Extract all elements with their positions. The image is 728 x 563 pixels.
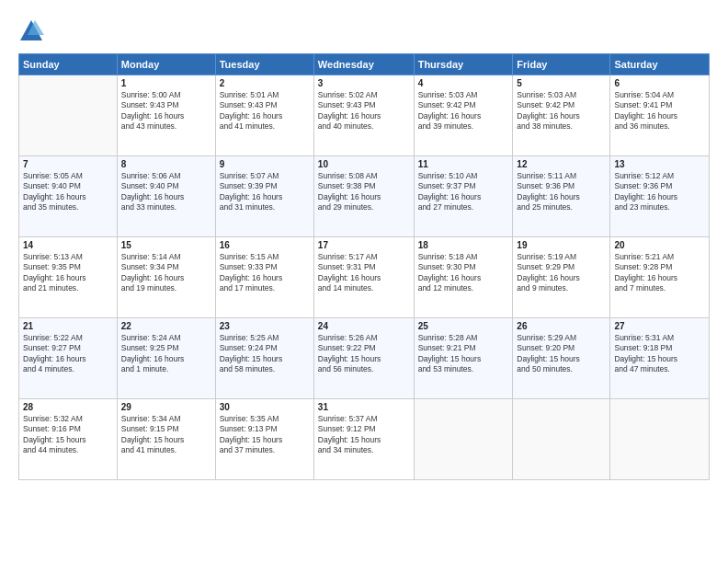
cell-info: Sunrise: 5:01 AM Sunset: 9:43 PM Dayligh… [220, 90, 310, 132]
day-number: 29 [121, 402, 211, 412]
header [18, 18, 710, 44]
day-number: 31 [318, 402, 410, 412]
calendar-cell: 14Sunrise: 5:13 AM Sunset: 9:35 PM Dayli… [19, 237, 118, 318]
day-number: 28 [23, 402, 113, 412]
day-number: 10 [318, 159, 410, 169]
day-number: 24 [318, 321, 410, 331]
calendar-cell: 2Sunrise: 5:01 AM Sunset: 9:43 PM Daylig… [215, 75, 313, 156]
cell-info: Sunrise: 5:13 AM Sunset: 9:35 PM Dayligh… [23, 252, 113, 294]
cell-info: Sunrise: 5:17 AM Sunset: 9:31 PM Dayligh… [318, 252, 410, 294]
cell-info: Sunrise: 5:25 AM Sunset: 9:24 PM Dayligh… [220, 333, 310, 375]
cell-info: Sunrise: 5:05 AM Sunset: 9:40 PM Dayligh… [23, 171, 113, 213]
calendar-cell: 27Sunrise: 5:31 AM Sunset: 9:18 PM Dayli… [610, 318, 710, 399]
cell-info: Sunrise: 5:26 AM Sunset: 9:22 PM Dayligh… [318, 333, 410, 375]
day-number: 27 [614, 321, 705, 331]
calendar-cell: 26Sunrise: 5:29 AM Sunset: 9:20 PM Dayli… [513, 318, 610, 399]
day-number: 11 [418, 159, 509, 169]
cell-info: Sunrise: 5:18 AM Sunset: 9:30 PM Dayligh… [418, 252, 509, 294]
col-header-monday: Monday [117, 54, 215, 75]
col-header-thursday: Thursday [414, 54, 513, 75]
cell-info: Sunrise: 5:24 AM Sunset: 9:25 PM Dayligh… [121, 333, 211, 375]
day-number: 17 [318, 240, 410, 250]
day-number: 26 [517, 321, 606, 331]
cell-info: Sunrise: 5:19 AM Sunset: 9:29 PM Dayligh… [517, 252, 606, 294]
col-header-sunday: Sunday [19, 54, 118, 75]
day-number: 13 [614, 159, 705, 169]
logo-icon [18, 18, 44, 44]
calendar-cell [610, 399, 710, 480]
day-number: 8 [121, 159, 211, 169]
calendar-cell: 23Sunrise: 5:25 AM Sunset: 9:24 PM Dayli… [215, 318, 313, 399]
cell-info: Sunrise: 5:00 AM Sunset: 9:43 PM Dayligh… [121, 90, 211, 132]
col-header-saturday: Saturday [610, 54, 710, 75]
calendar-cell: 21Sunrise: 5:22 AM Sunset: 9:27 PM Dayli… [19, 318, 118, 399]
calendar-cell: 16Sunrise: 5:15 AM Sunset: 9:33 PM Dayli… [215, 237, 313, 318]
day-number: 21 [23, 321, 113, 331]
calendar-cell: 17Sunrise: 5:17 AM Sunset: 9:31 PM Dayli… [313, 237, 414, 318]
day-number: 18 [418, 240, 509, 250]
cell-info: Sunrise: 5:08 AM Sunset: 9:38 PM Dayligh… [318, 171, 410, 213]
calendar-cell: 4Sunrise: 5:03 AM Sunset: 9:42 PM Daylig… [414, 75, 513, 156]
calendar-cell [19, 75, 118, 156]
calendar-cell: 20Sunrise: 5:21 AM Sunset: 9:28 PM Dayli… [610, 237, 710, 318]
calendar-cell: 28Sunrise: 5:32 AM Sunset: 9:16 PM Dayli… [19, 399, 118, 480]
day-number: 6 [614, 78, 705, 88]
calendar-cell: 29Sunrise: 5:34 AM Sunset: 9:15 PM Dayli… [117, 399, 215, 480]
calendar-cell: 25Sunrise: 5:28 AM Sunset: 9:21 PM Dayli… [414, 318, 513, 399]
calendar-cell: 5Sunrise: 5:03 AM Sunset: 9:42 PM Daylig… [513, 75, 610, 156]
calendar-cell: 12Sunrise: 5:11 AM Sunset: 9:36 PM Dayli… [513, 156, 610, 237]
calendar-cell: 8Sunrise: 5:06 AM Sunset: 9:40 PM Daylig… [117, 156, 215, 237]
cell-info: Sunrise: 5:02 AM Sunset: 9:43 PM Dayligh… [318, 90, 410, 132]
calendar-cell: 13Sunrise: 5:12 AM Sunset: 9:36 PM Dayli… [610, 156, 710, 237]
calendar-cell: 31Sunrise: 5:37 AM Sunset: 9:12 PM Dayli… [313, 399, 414, 480]
calendar-cell: 24Sunrise: 5:26 AM Sunset: 9:22 PM Dayli… [313, 318, 414, 399]
day-number: 22 [121, 321, 211, 331]
calendar-cell [414, 399, 513, 480]
cell-info: Sunrise: 5:03 AM Sunset: 9:42 PM Dayligh… [418, 90, 509, 132]
calendar-cell [513, 399, 610, 480]
calendar-cell: 11Sunrise: 5:10 AM Sunset: 9:37 PM Dayli… [414, 156, 513, 237]
cell-info: Sunrise: 5:31 AM Sunset: 9:18 PM Dayligh… [614, 333, 705, 375]
day-number: 16 [220, 240, 310, 250]
cell-info: Sunrise: 5:04 AM Sunset: 9:41 PM Dayligh… [614, 90, 705, 132]
cell-info: Sunrise: 5:14 AM Sunset: 9:34 PM Dayligh… [121, 252, 211, 294]
day-number: 19 [517, 240, 606, 250]
col-header-wednesday: Wednesday [313, 54, 414, 75]
day-number: 4 [418, 78, 509, 88]
day-number: 23 [220, 321, 310, 331]
day-number: 25 [418, 321, 509, 331]
calendar-cell: 15Sunrise: 5:14 AM Sunset: 9:34 PM Dayli… [117, 237, 215, 318]
cell-info: Sunrise: 5:10 AM Sunset: 9:37 PM Dayligh… [418, 171, 509, 213]
cell-info: Sunrise: 5:15 AM Sunset: 9:33 PM Dayligh… [220, 252, 310, 294]
calendar-week-row: 21Sunrise: 5:22 AM Sunset: 9:27 PM Dayli… [19, 318, 710, 399]
calendar-cell: 22Sunrise: 5:24 AM Sunset: 9:25 PM Dayli… [117, 318, 215, 399]
calendar-week-row: 1Sunrise: 5:00 AM Sunset: 9:43 PM Daylig… [19, 75, 710, 156]
calendar-table: SundayMondayTuesdayWednesdayThursdayFrid… [18, 53, 710, 480]
logo [18, 18, 48, 44]
day-number: 12 [517, 159, 606, 169]
day-number: 14 [23, 240, 113, 250]
calendar-cell: 9Sunrise: 5:07 AM Sunset: 9:39 PM Daylig… [215, 156, 313, 237]
col-header-tuesday: Tuesday [215, 54, 313, 75]
calendar-cell: 6Sunrise: 5:04 AM Sunset: 9:41 PM Daylig… [610, 75, 710, 156]
cell-info: Sunrise: 5:28 AM Sunset: 9:21 PM Dayligh… [418, 333, 509, 375]
cell-info: Sunrise: 5:07 AM Sunset: 9:39 PM Dayligh… [220, 171, 310, 213]
calendar-header-row: SundayMondayTuesdayWednesdayThursdayFrid… [19, 54, 710, 75]
cell-info: Sunrise: 5:37 AM Sunset: 9:12 PM Dayligh… [318, 414, 410, 456]
day-number: 15 [121, 240, 211, 250]
day-number: 1 [121, 78, 211, 88]
cell-info: Sunrise: 5:35 AM Sunset: 9:13 PM Dayligh… [220, 414, 310, 456]
calendar-week-row: 28Sunrise: 5:32 AM Sunset: 9:16 PM Dayli… [19, 399, 710, 480]
calendar-cell: 18Sunrise: 5:18 AM Sunset: 9:30 PM Dayli… [414, 237, 513, 318]
day-number: 9 [220, 159, 310, 169]
day-number: 30 [220, 402, 310, 412]
cell-info: Sunrise: 5:29 AM Sunset: 9:20 PM Dayligh… [517, 333, 606, 375]
cell-info: Sunrise: 5:12 AM Sunset: 9:36 PM Dayligh… [614, 171, 705, 213]
day-number: 5 [517, 78, 606, 88]
calendar-cell: 3Sunrise: 5:02 AM Sunset: 9:43 PM Daylig… [313, 75, 414, 156]
cell-info: Sunrise: 5:03 AM Sunset: 9:42 PM Dayligh… [517, 90, 606, 132]
calendar-cell: 7Sunrise: 5:05 AM Sunset: 9:40 PM Daylig… [19, 156, 118, 237]
calendar-cell: 30Sunrise: 5:35 AM Sunset: 9:13 PM Dayli… [215, 399, 313, 480]
calendar-cell: 10Sunrise: 5:08 AM Sunset: 9:38 PM Dayli… [313, 156, 414, 237]
cell-info: Sunrise: 5:06 AM Sunset: 9:40 PM Dayligh… [121, 171, 211, 213]
